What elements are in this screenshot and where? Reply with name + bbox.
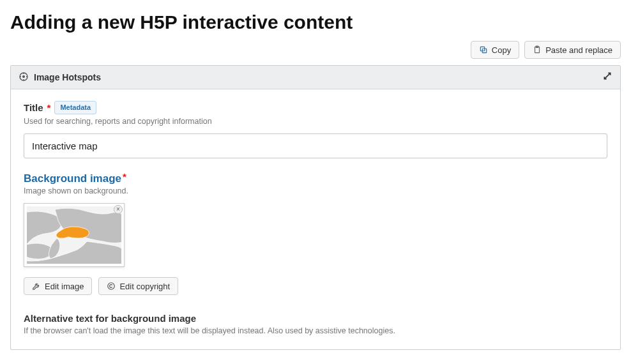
background-thumbnail[interactable]: ×	[24, 203, 125, 267]
content-panel: Image Hotspots Title * Metadata Used for…	[10, 65, 621, 350]
title-input[interactable]	[24, 133, 607, 158]
svg-point-5	[23, 75, 25, 77]
paste-replace-button[interactable]: Paste and replace	[524, 41, 621, 59]
paste-icon	[533, 45, 542, 54]
panel-body: Title * Metadata Used for searching, rep…	[11, 89, 620, 349]
background-image-label: Background image	[24, 172, 121, 185]
copy-button-label: Copy	[492, 46, 511, 54]
action-bar: Copy Paste and replace	[10, 41, 621, 59]
title-label: Title	[24, 102, 43, 113]
background-description: Image shown on background.	[24, 186, 607, 195]
required-indicator: *	[47, 102, 51, 113]
title-description: Used for searching, reports and copyrigh…	[24, 117, 607, 126]
required-indicator: *	[123, 171, 126, 182]
alt-text-label: Alternative text for background image	[24, 313, 607, 324]
hotspot-type-icon	[19, 72, 29, 84]
edit-copyright-button[interactable]: Edit copyright	[98, 277, 178, 295]
fullscreen-icon[interactable]	[602, 71, 612, 84]
copyright-icon	[107, 282, 116, 291]
page-title: Adding a new H5P interactive content	[10, 11, 621, 33]
panel-header: Image Hotspots	[11, 66, 620, 89]
copy-icon	[479, 45, 488, 54]
map-thumbnail-svg	[27, 206, 121, 264]
copy-button[interactable]: Copy	[471, 41, 519, 59]
edit-copyright-label: Edit copyright	[119, 282, 170, 291]
edit-image-button[interactable]: Edit image	[24, 277, 92, 295]
edit-image-label: Edit image	[45, 282, 84, 291]
wrench-icon	[32, 282, 41, 291]
panel-type-label: Image Hotspots	[34, 72, 101, 82]
svg-point-7	[108, 283, 115, 290]
metadata-badge[interactable]: Metadata	[54, 101, 96, 114]
alt-text-description: If the browser can't load the image this…	[24, 326, 607, 335]
paste-replace-button-label: Paste and replace	[545, 46, 612, 54]
